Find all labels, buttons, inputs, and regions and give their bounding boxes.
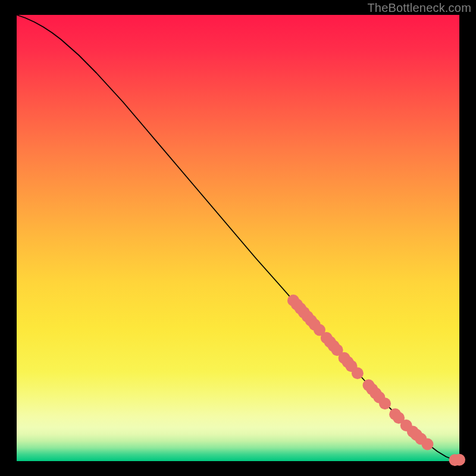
chart-point	[421, 439, 433, 450]
chart-line	[17, 15, 459, 461]
chart-point	[379, 397, 391, 409]
attribution-text: TheBottleneck.com	[367, 1, 471, 15]
chart-svg	[0, 0, 476, 476]
chart-point	[352, 367, 364, 379]
chart-point	[453, 454, 465, 466]
chart-stage: TheBottleneck.com	[0, 0, 476, 476]
